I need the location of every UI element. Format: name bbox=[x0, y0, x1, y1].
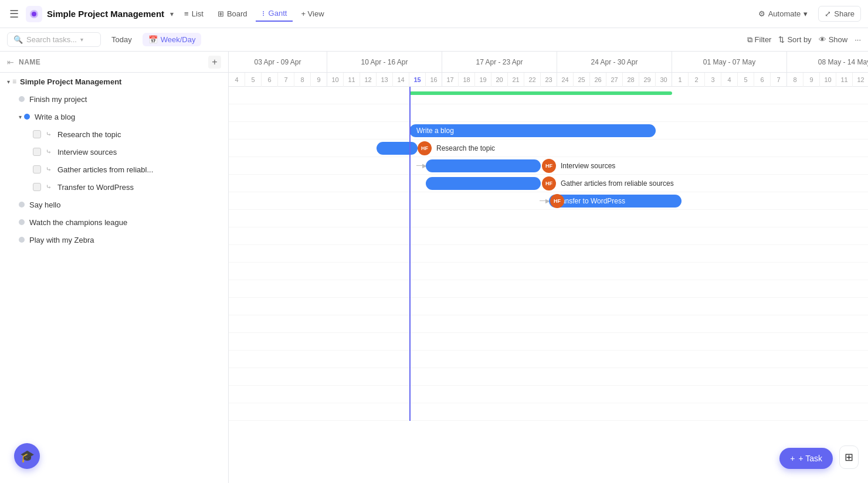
gantt-panel[interactable]: 03 Apr - 09 Apr 10 Apr - 16 Apr 17 Apr -… bbox=[229, 52, 868, 483]
gantt-row bbox=[229, 87, 868, 104]
automate-icon: ⚙ bbox=[758, 9, 765, 18]
day-header: 14 bbox=[393, 73, 409, 87]
day-header: 8 bbox=[294, 73, 311, 87]
list-item[interactable]: Say hello bbox=[0, 196, 228, 213]
task-status-dot bbox=[19, 202, 25, 208]
list-item[interactable]: Finish my project bbox=[0, 90, 228, 108]
add-column-button[interactable]: + bbox=[208, 56, 221, 69]
task-checkbox[interactable] bbox=[33, 165, 41, 174]
day-header: 7 bbox=[278, 73, 294, 87]
gantt-row: ▶ Transfer to WordPress HF bbox=[229, 192, 868, 210]
day-header: 7 bbox=[771, 73, 787, 87]
gantt-row: HF Gather articles from reliable sources bbox=[229, 175, 868, 192]
day-header: 26 bbox=[590, 73, 606, 87]
period-header: 24 Apr - 30 Apr bbox=[557, 52, 672, 72]
subtask-icon: ⤷ bbox=[46, 130, 54, 138]
show-button[interactable]: 👁 Show bbox=[819, 35, 848, 44]
add-task-fab-button[interactable]: + + Task bbox=[779, 448, 833, 469]
project-caret-icon[interactable]: ▾ bbox=[170, 10, 174, 18]
day-header: 8 bbox=[787, 73, 803, 87]
subtask-icon: ⤷ bbox=[46, 183, 54, 191]
gantt-row bbox=[229, 403, 868, 421]
menu-icon[interactable]: ☰ bbox=[7, 5, 21, 23]
grid-icon: ⊞ bbox=[845, 451, 853, 463]
list-item[interactable]: ⤷ Research the topic bbox=[0, 125, 228, 143]
gantt-row bbox=[229, 351, 868, 368]
tab-board[interactable]: ⊞ Board bbox=[212, 6, 253, 21]
day-header: 21 bbox=[508, 73, 524, 87]
today-day-header: 15 bbox=[409, 73, 426, 87]
day-header: 10 bbox=[327, 73, 344, 87]
day-header: 12 bbox=[853, 73, 868, 87]
task-checkbox[interactable] bbox=[33, 183, 41, 191]
collapse-project-icon[interactable]: ▾ bbox=[7, 79, 10, 85]
gantt-row bbox=[229, 386, 868, 403]
today-vertical-line bbox=[409, 87, 411, 421]
tab-gantt[interactable]: ⫶ Gantt bbox=[256, 6, 293, 22]
list-item[interactable]: ▾ Write a blog bbox=[0, 108, 228, 125]
help-fab-button[interactable]: 🎓 bbox=[14, 443, 40, 469]
more-options-button[interactable]: ··· bbox=[855, 35, 861, 44]
gantt-row bbox=[229, 227, 868, 245]
research-avatar: HF bbox=[418, 141, 432, 155]
week-day-button[interactable]: 📅 Week/Day bbox=[143, 33, 202, 46]
today-button[interactable]: Today bbox=[106, 33, 138, 46]
search-box[interactable]: 🔍 Search tasks... ▾ bbox=[7, 32, 101, 47]
task-checkbox[interactable] bbox=[33, 130, 41, 138]
day-header: 6 bbox=[754, 73, 771, 87]
day-header: 19 bbox=[475, 73, 491, 87]
day-header: 30 bbox=[656, 73, 672, 87]
sort-button[interactable]: ⇅ Sort by bbox=[778, 35, 811, 44]
day-header: 9 bbox=[311, 73, 327, 87]
gather-gantt-bar[interactable] bbox=[426, 177, 541, 190]
filter-button[interactable]: ⧉ Filter bbox=[747, 35, 772, 45]
interview-avatar: HF bbox=[542, 159, 556, 173]
grid-view-fab-button[interactable]: ⊞ bbox=[839, 445, 859, 469]
day-header: 11 bbox=[836, 73, 853, 87]
gantt-row bbox=[229, 368, 868, 386]
day-header: 16 bbox=[426, 73, 442, 87]
top-nav: ☰ Simple Project Management ▾ ≡ List ⊞ B… bbox=[0, 0, 868, 28]
task-checkbox[interactable] bbox=[33, 148, 41, 156]
task-status-dot bbox=[19, 219, 25, 225]
transfer-gantt-bar[interactable]: Transfer to WordPress bbox=[549, 195, 681, 208]
share-button[interactable]: ⤢ Share bbox=[818, 6, 861, 22]
gantt-row bbox=[229, 280, 868, 298]
list-item[interactable]: ⤷ Transfer to WordPress bbox=[0, 178, 228, 196]
day-header: 22 bbox=[524, 73, 541, 87]
sort-icon: ⇅ bbox=[778, 35, 785, 44]
gantt-row: ▶ HF Interview sources bbox=[229, 157, 868, 175]
day-header: 13 bbox=[377, 73, 393, 87]
green-progress-bar bbox=[409, 91, 672, 95]
gantt-row bbox=[229, 263, 868, 280]
research-gantt-bar[interactable] bbox=[377, 142, 418, 155]
write-blog-gantt-bar[interactable]: Write a blog bbox=[409, 124, 656, 137]
list-item[interactable]: ⤷ Interview sources bbox=[0, 143, 228, 161]
list-item[interactable]: ▾ ≡ Simple Project Management bbox=[0, 73, 228, 90]
day-header: 3 bbox=[705, 73, 721, 87]
list-item[interactable]: Watch the champions league bbox=[0, 213, 228, 231]
expand-blog-icon[interactable]: ▾ bbox=[19, 114, 22, 120]
gantt-body: Write a blog HF Research the topic bbox=[229, 87, 868, 421]
tab-list[interactable]: ≡ List bbox=[178, 6, 209, 21]
project-logo bbox=[26, 6, 42, 22]
day-header: 2 bbox=[689, 73, 705, 87]
tab-view[interactable]: + View bbox=[295, 6, 330, 21]
day-header: 18 bbox=[459, 73, 475, 87]
subtask-icon: ⤷ bbox=[46, 165, 54, 174]
list-item[interactable]: ⤷ Gather articles from reliabl... bbox=[0, 161, 228, 178]
gantt-row bbox=[229, 333, 868, 351]
research-bar-label: Research the topic bbox=[436, 144, 495, 152]
search-icon: 🔍 bbox=[13, 35, 23, 44]
day-header: 1 bbox=[672, 73, 689, 87]
day-header: 20 bbox=[491, 73, 508, 87]
collapse-icon[interactable]: ⇤ bbox=[7, 57, 14, 67]
list-item[interactable]: Play with my Zebra bbox=[0, 231, 228, 249]
interview-gantt-bar[interactable] bbox=[426, 159, 541, 172]
period-header: 17 Apr - 23 Apr bbox=[442, 52, 557, 72]
filter-icon: ⧉ bbox=[747, 35, 752, 45]
gather-bar-label: Gather articles from reliable sources bbox=[561, 179, 674, 188]
day-header: 11 bbox=[344, 73, 360, 87]
day-header: 4 bbox=[721, 73, 738, 87]
automate-button[interactable]: ⚙ Automate ▾ bbox=[752, 6, 814, 21]
